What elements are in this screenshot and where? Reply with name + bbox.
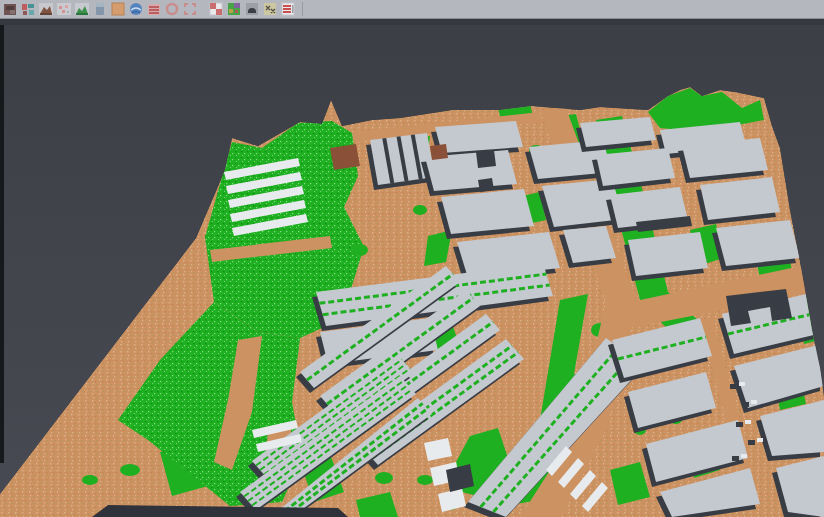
toolbar-button-classification-map[interactable] bbox=[226, 1, 242, 17]
tree-patch bbox=[120, 464, 140, 476]
car-row-dark bbox=[730, 384, 737, 389]
toolbar-button-checker-red[interactable] bbox=[208, 1, 224, 17]
plane-orange-icon bbox=[110, 1, 126, 17]
toolbar-separator bbox=[302, 2, 303, 16]
terrain-group bbox=[0, 87, 824, 517]
toolbar-button-transform[interactable] bbox=[20, 1, 36, 17]
points-pink-icon bbox=[56, 1, 72, 17]
selection-red-icon bbox=[182, 1, 198, 17]
toolbar-button-plane-orange[interactable] bbox=[110, 1, 126, 17]
toolbar-button-globe[interactable] bbox=[128, 1, 144, 17]
tree-patch bbox=[352, 244, 368, 256]
toolbar-button-dark-cloud[interactable] bbox=[244, 1, 260, 17]
clip-box-icon bbox=[2, 1, 18, 17]
toolbar bbox=[0, 0, 824, 18]
car-row-light bbox=[751, 400, 757, 404]
toolbar-button-selection-red[interactable] bbox=[182, 1, 198, 17]
tree-patch bbox=[413, 205, 427, 215]
toolbar-button-points-pink[interactable] bbox=[56, 1, 72, 17]
point-cloud-canvas[interactable] bbox=[0, 25, 824, 517]
car-row-light bbox=[757, 438, 763, 442]
car-row-dark bbox=[748, 440, 755, 445]
building-footprint bbox=[441, 189, 534, 234]
dark-feature bbox=[476, 150, 496, 168]
toolbar-button-terrain-green[interactable] bbox=[74, 1, 90, 17]
car-row-dark bbox=[736, 422, 743, 427]
globe-icon bbox=[128, 1, 144, 17]
cross-tan-icon bbox=[262, 1, 278, 17]
toolbar-button-slab[interactable] bbox=[92, 1, 108, 17]
toolbar-button-ruled-lines[interactable] bbox=[280, 1, 296, 17]
transform-icon bbox=[20, 1, 36, 17]
render-viewport[interactable] bbox=[0, 25, 824, 517]
bare-soil-patch bbox=[430, 144, 448, 160]
terrain-brown-icon bbox=[38, 1, 54, 17]
bare-soil-patch bbox=[330, 144, 360, 170]
app-window bbox=[0, 0, 824, 517]
toolbar-button-ring-red[interactable] bbox=[164, 1, 180, 17]
dark-feature bbox=[478, 178, 494, 192]
tree-patch bbox=[82, 475, 98, 485]
car-row-light bbox=[741, 454, 747, 458]
tree-patch bbox=[375, 472, 393, 484]
car-row-light bbox=[745, 420, 751, 424]
toolbar-button-cross-tan[interactable] bbox=[262, 1, 278, 17]
car-row-light bbox=[739, 382, 745, 386]
building-footprint bbox=[716, 220, 800, 266]
dark-cloud-icon bbox=[244, 1, 260, 17]
tree-patch bbox=[417, 475, 433, 485]
viewport-left-gutter bbox=[0, 25, 4, 463]
car-row-dark bbox=[732, 456, 739, 461]
classification-map-icon bbox=[226, 1, 242, 17]
terrain-green-icon bbox=[74, 1, 90, 17]
list-red-icon bbox=[146, 1, 162, 17]
toolbar-button-clip-box[interactable] bbox=[2, 1, 18, 17]
toolbar-button-terrain-brown[interactable] bbox=[38, 1, 54, 17]
ruled-lines-icon bbox=[280, 1, 296, 17]
ring-red-icon bbox=[164, 1, 180, 17]
slab-icon bbox=[92, 1, 108, 17]
car-row-dark bbox=[742, 402, 749, 407]
checker-red-icon bbox=[208, 1, 224, 17]
toolbar-button-list-red[interactable] bbox=[146, 1, 162, 17]
